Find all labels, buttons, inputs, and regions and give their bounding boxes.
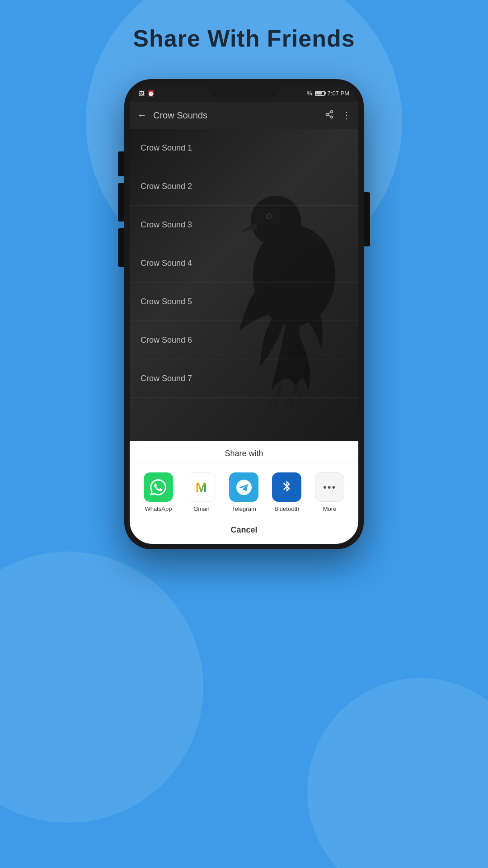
- app-bar-title: Crow Sounds: [153, 110, 319, 121]
- sound-item-7[interactable]: Crow Sound 7: [130, 359, 358, 398]
- status-left: 🖼 ⏰: [139, 90, 155, 97]
- telegram-label: Telegram: [232, 505, 256, 512]
- sound-item-name-5: Crow Sound 5: [141, 297, 192, 307]
- power-button: [364, 192, 370, 246]
- gmail-m-logo: M: [196, 480, 207, 495]
- sound-item-name-6: Crow Sound 6: [141, 335, 192, 345]
- more-icon-box: •••: [315, 472, 344, 502]
- whatsapp-label: WhatsApp: [145, 505, 172, 512]
- sound-item-1[interactable]: Crow Sound 1: [130, 129, 358, 167]
- cancel-button[interactable]: Cancel: [130, 518, 358, 544]
- sound-item-4[interactable]: Crow Sound 4: [130, 244, 358, 283]
- telegram-icon: [229, 472, 258, 502]
- svg-line-4: [328, 112, 331, 113]
- share-sheet: Share with WhatsApp M: [130, 441, 358, 544]
- battery-fill: [316, 92, 322, 94]
- volume-down-button: [118, 228, 124, 267]
- whatsapp-icon: [144, 472, 173, 502]
- phone-mockup: 🖼 ⏰ % 7:07 PM ← Crow Sounds: [124, 79, 364, 549]
- sound-item-name-2: Crow Sound 2: [141, 182, 192, 191]
- image-icon: 🖼: [139, 90, 145, 97]
- sound-list: Crow Sound 1Crow Sound 2Crow Sound 3Crow…: [130, 129, 358, 441]
- status-right: % 7:07 PM: [307, 90, 349, 97]
- page-title: Share With Friends: [133, 25, 355, 52]
- bluetooth-icon-box: [272, 472, 301, 502]
- more-options-button[interactable]: ⋮: [342, 110, 351, 121]
- app-bar: ← Crow Sounds ⋮: [130, 102, 358, 129]
- whatsapp-share-option[interactable]: WhatsApp: [144, 472, 173, 512]
- mute-button: [118, 151, 124, 176]
- bg-circle-bottom-left: [0, 552, 203, 823]
- gmail-share-option[interactable]: M Gmail: [187, 472, 216, 512]
- notch: [208, 85, 280, 97]
- sound-item-2[interactable]: Crow Sound 2: [130, 167, 358, 206]
- time-display: 7:07 PM: [328, 90, 349, 97]
- sound-item-3[interactable]: Crow Sound 3: [130, 206, 358, 244]
- phone-screen: 🖼 ⏰ % 7:07 PM ← Crow Sounds: [130, 85, 358, 544]
- sound-item-name-1: Crow Sound 1: [141, 143, 192, 153]
- more-dots: •••: [323, 481, 336, 493]
- battery-percent: %: [307, 90, 312, 97]
- more-share-option[interactable]: ••• More: [315, 472, 344, 512]
- bluetooth-label: Bluetooth: [274, 505, 299, 512]
- share-apps: WhatsApp M Gmail Telegram: [130, 463, 358, 518]
- volume-up-button: [118, 183, 124, 222]
- gmail-icon: M: [187, 472, 216, 502]
- content-area: Crow Sound 1Crow Sound 2Crow Sound 3Crow…: [130, 129, 358, 441]
- svg-line-3: [328, 115, 331, 116]
- share-title: Share with: [130, 441, 358, 463]
- alarm-icon: ⏰: [147, 90, 155, 97]
- sound-item-name-7: Crow Sound 7: [141, 374, 192, 383]
- bluetooth-share-option[interactable]: Bluetooth: [272, 472, 301, 512]
- app-bar-icons: ⋮: [325, 110, 351, 121]
- telegram-share-option[interactable]: Telegram: [229, 472, 258, 512]
- bg-circle-bottom-right: [307, 678, 488, 868]
- sound-item-name-4: Crow Sound 4: [141, 259, 192, 268]
- sound-item-name-3: Crow Sound 3: [141, 220, 192, 230]
- back-button[interactable]: ←: [137, 109, 147, 121]
- share-button[interactable]: [325, 110, 334, 121]
- sound-item-6[interactable]: Crow Sound 6: [130, 321, 358, 359]
- sound-item-5[interactable]: Crow Sound 5: [130, 283, 358, 321]
- more-label: More: [323, 505, 337, 512]
- gmail-label: Gmail: [193, 505, 209, 512]
- battery-bar: [315, 91, 325, 96]
